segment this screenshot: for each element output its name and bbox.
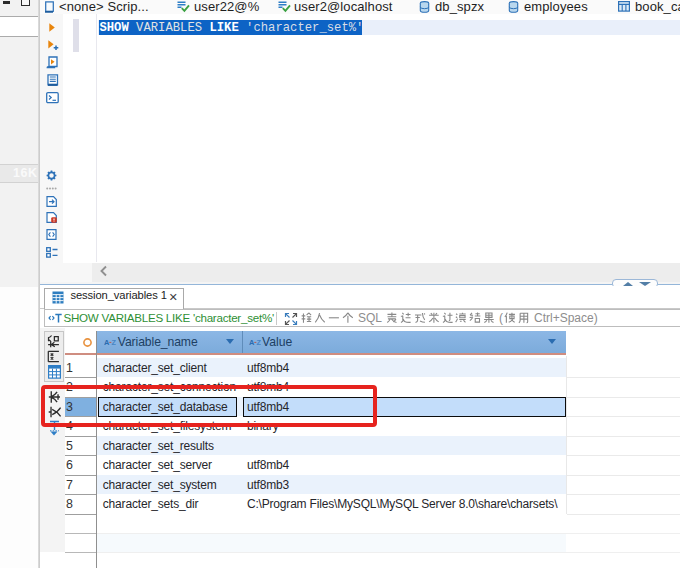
- svg-text:A: A: [249, 338, 255, 347]
- svg-text:A: A: [104, 338, 110, 347]
- svg-text:Z: Z: [256, 338, 260, 347]
- svg-text:Z: Z: [111, 338, 115, 347]
